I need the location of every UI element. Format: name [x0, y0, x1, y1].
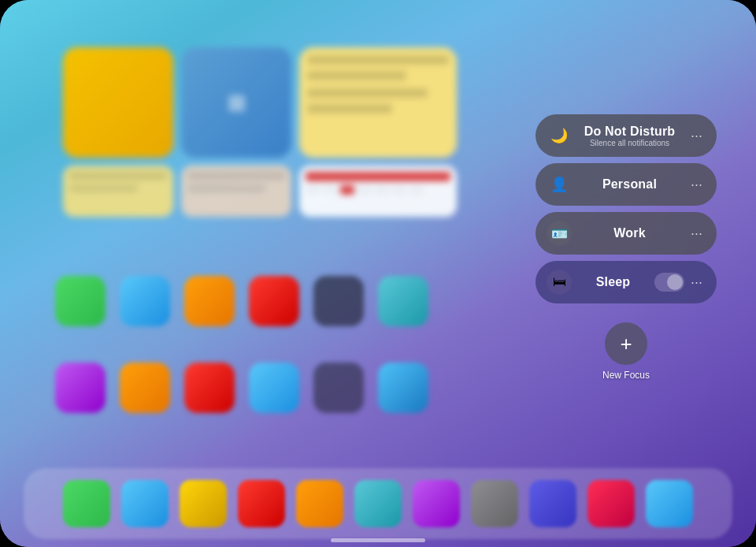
dock-icon-8: [471, 480, 518, 527]
focus-item-sleep[interactable]: 🛏 Sleep ···: [536, 261, 717, 303]
dock-icon-9: [529, 480, 576, 527]
focus-item-personal[interactable]: 👤 Personal ···: [536, 163, 717, 206]
dock-icon-6: [354, 480, 402, 527]
app-icon-1: [120, 276, 170, 326]
app-icon-3: [249, 276, 299, 326]
do-not-disturb-more-icon[interactable]: ···: [687, 125, 706, 147]
ipad-frame: ⊞: [0, 0, 756, 547]
sleep-more-icon[interactable]: ···: [687, 271, 706, 294]
dock-icon-4: [238, 480, 285, 527]
new-focus-plus-icon: +: [620, 333, 632, 354]
do-not-disturb-sublabel: Silence all notifications: [572, 139, 687, 147]
focus-item-do-not-disturb[interactable]: 🌙 Do Not Disturb Silence all notificatio…: [536, 114, 717, 157]
app-row-lower: [55, 363, 428, 413]
widget-row-1: ⊞: [63, 47, 457, 158]
dock-icon-3: [180, 480, 227, 527]
widget-blue: ⊞: [181, 47, 291, 158]
person-icon: 👤: [547, 172, 572, 197]
new-focus-label: New Focus: [602, 370, 650, 381]
moon-icon: 🌙: [547, 123, 572, 148]
sleep-toggle-knob: [667, 274, 683, 290]
dock: [24, 468, 732, 539]
work-icon: 🪪: [547, 221, 572, 246]
widget-medium-2: [181, 166, 291, 217]
app-row-middle: [55, 276, 428, 326]
dock-icon-1: [63, 480, 110, 527]
app-icon-9: [249, 363, 299, 413]
home-indicator: [331, 538, 425, 542]
dock-icon-10: [587, 480, 635, 527]
app-icon-5: [378, 276, 428, 326]
app-icon-7: [120, 363, 170, 413]
widget-row-2: [63, 166, 457, 217]
app-icon-2: [184, 276, 235, 326]
app-icon-10: [313, 363, 364, 413]
sleep-label: Sleep: [572, 275, 654, 289]
focus-item-work[interactable]: 🪪 Work ···: [536, 212, 717, 255]
app-icon-messages: [55, 276, 106, 326]
app-icon-11: [378, 363, 428, 413]
sleep-toggle[interactable]: [654, 273, 684, 292]
sleep-icon: 🛏: [547, 270, 572, 295]
app-icon-8: [184, 363, 235, 413]
dock-icon-2: [121, 480, 169, 527]
widget-area: ⊞: [63, 47, 457, 217]
new-focus-circle: +: [605, 322, 647, 365]
app-icon-6: [55, 363, 106, 413]
widget-yellow: [63, 47, 173, 158]
widget-cal: [299, 166, 457, 217]
work-more-icon[interactable]: ···: [687, 222, 706, 245]
personal-label: Personal: [572, 177, 687, 192]
personal-more-icon[interactable]: ···: [687, 173, 706, 196]
widget-notes: [299, 47, 457, 158]
new-focus-button[interactable]: + New Focus: [536, 322, 717, 381]
focus-panel: 🌙 Do Not Disturb Silence all notificatio…: [536, 114, 717, 381]
widget-medium-1: [63, 166, 173, 217]
do-not-disturb-label: Do Not Disturb: [584, 125, 676, 138]
work-label: Work: [572, 226, 687, 240]
dock-icon-11: [646, 480, 693, 527]
app-icon-4: [313, 276, 364, 326]
dock-icon-5: [296, 480, 343, 527]
dock-icon-7: [413, 480, 460, 527]
